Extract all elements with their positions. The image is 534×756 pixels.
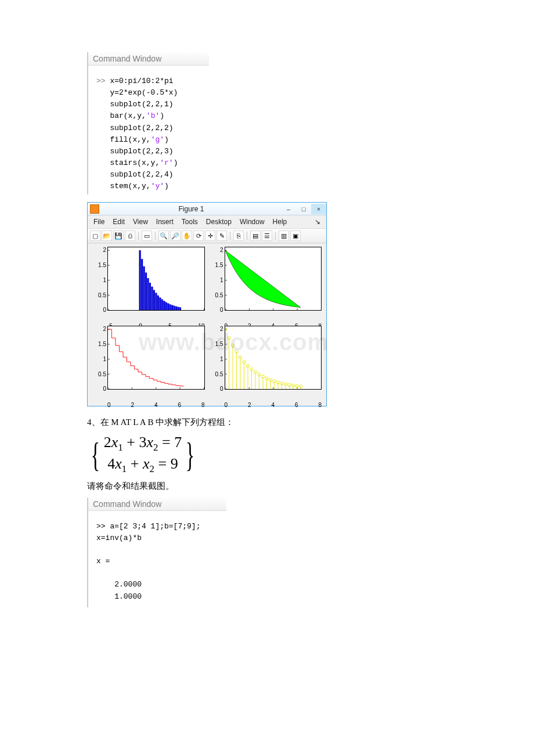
svg-rect-18 — [157, 296, 159, 310]
close-button[interactable]: × — [311, 204, 326, 214]
svg-rect-28 — [178, 307, 179, 310]
command-window-2-title: Command Window — [88, 498, 226, 511]
svg-rect-22 — [165, 303, 167, 310]
svg-rect-23 — [167, 304, 169, 310]
svg-rect-27 — [175, 307, 177, 310]
svg-rect-12 — [145, 273, 147, 310]
figure-window: Figure 1 – □ × FileEditViewInsertToolsDe… — [87, 202, 327, 406]
menu-tools[interactable]: Tools — [179, 217, 200, 226]
svg-rect-24 — [169, 305, 171, 311]
subplot-stairs — [107, 326, 205, 390]
subplot-area — [225, 247, 322, 311]
svg-rect-9 — [139, 251, 141, 311]
pointer-icon[interactable]: ▭ — [142, 231, 152, 241]
hide-tools-icon[interactable]: ▥ — [279, 231, 289, 241]
menu-file[interactable]: File — [91, 217, 107, 226]
print-icon[interactable]: ⎙ — [125, 231, 135, 241]
pan-icon[interactable]: ✋ — [182, 231, 192, 241]
command-window-1-title: Command Window — [88, 52, 209, 66]
equation-line-2: 4x1 + x2 = 9 — [104, 455, 182, 475]
save-icon[interactable]: 💾 — [113, 231, 124, 241]
left-brace-icon: { — [91, 439, 100, 470]
menu-help[interactable]: Help — [270, 217, 290, 226]
menu-window[interactable]: Window — [237, 217, 267, 226]
link-icon[interactable]: ⎘ — [233, 231, 244, 241]
maximize-button[interactable]: □ — [296, 204, 311, 214]
colorbar-icon[interactable]: ▤ — [250, 231, 261, 241]
right-brace-icon: } — [186, 439, 195, 470]
command-window-1: Command Window >> x=0:pi/10:2*pi y=2*exp… — [87, 52, 209, 195]
svg-rect-20 — [161, 300, 163, 310]
zoom-in-icon[interactable]: 🔍 — [158, 231, 169, 241]
figure-plot-area: 21.510.50-5051021.510.500246821.510.5002… — [88, 243, 326, 406]
svg-rect-17 — [156, 293, 157, 310]
svg-rect-25 — [171, 305, 173, 310]
window-buttons: – □ × — [281, 204, 326, 214]
menu-insert[interactable]: Insert — [154, 217, 176, 226]
question-4-caption: 请将命令和结果截图。 — [87, 481, 447, 492]
figure-title: Figure 1 — [102, 205, 281, 213]
equation-line-1: 2x1 + 3x2 = 7 — [104, 434, 182, 453]
open-icon[interactable]: 📂 — [102, 231, 112, 241]
figure-toolbar: ▢ 📂 💾 ⎙ ▭ 🔍 🔎 ✋ ⟳ ✛ ✎ ⎘ ▤ ☰ ▥ ▣ — [88, 229, 326, 243]
subplot-stem — [225, 326, 322, 390]
menu-view[interactable]: View — [131, 217, 150, 226]
zoom-out-icon[interactable]: 🔎 — [170, 231, 181, 241]
question-4-title: 4、在 M AT L A B 中求解下列方程组： — [87, 417, 447, 428]
subplot-bar — [107, 247, 205, 311]
figure-titlebar: Figure 1 – □ × — [88, 203, 326, 215]
command-window-2-body: >> a=[2 3;4 1];b=[7;9]; x=inv(a)*b x = 2… — [88, 519, 226, 607]
new-icon[interactable]: ▢ — [90, 231, 100, 241]
menu-edit[interactable]: Edit — [110, 217, 127, 226]
svg-rect-26 — [174, 306, 175, 310]
dock-icon[interactable]: ▣ — [290, 231, 301, 241]
rotate-icon[interactable]: ⟳ — [193, 231, 204, 241]
svg-rect-21 — [163, 301, 165, 311]
command-window-1-body: >> x=0:pi/10:2*pi y=2*exp(-0.5*x) subplo… — [88, 73, 209, 195]
svg-rect-19 — [159, 298, 161, 310]
svg-rect-16 — [153, 290, 155, 310]
matlab-figure-icon — [90, 204, 99, 214]
command-window-2: Command Window >> a=[2 3;4 1];b=[7;9]; x… — [87, 498, 226, 607]
svg-rect-10 — [141, 260, 143, 311]
svg-rect-11 — [143, 267, 145, 310]
svg-rect-15 — [151, 287, 153, 310]
equation-system: { 2x1 + 3x2 = 7 4x1 + x2 = 9 } — [87, 434, 447, 474]
legend-icon[interactable]: ☰ — [262, 231, 272, 241]
svg-rect-13 — [147, 279, 149, 311]
minimize-button[interactable]: – — [281, 204, 296, 214]
brush-icon[interactable]: ✎ — [217, 231, 227, 241]
dock-chevron-icon[interactable]: ↘ — [312, 217, 323, 226]
datacursor-icon[interactable]: ✛ — [205, 231, 215, 241]
menu-desktop[interactable]: Desktop — [204, 217, 234, 226]
figure-menubar: FileEditViewInsertToolsDesktopWindowHelp… — [88, 215, 326, 229]
svg-rect-14 — [149, 283, 151, 311]
svg-rect-29 — [179, 308, 181, 310]
